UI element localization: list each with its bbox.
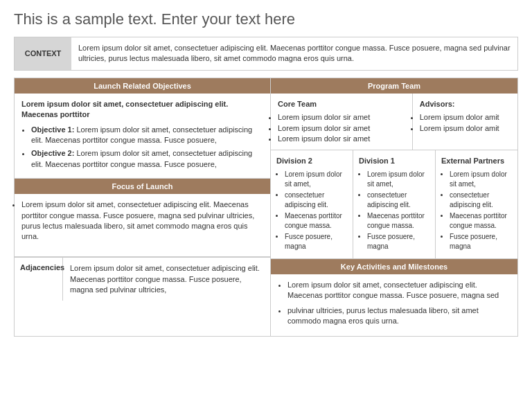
list-item: consectetuer adipiscing elit. <box>367 190 429 210</box>
list-item: Lorem ipsum dolor sit amet, <box>367 170 429 189</box>
list-item: Lorem ipsum dolor sir amet <box>278 134 405 144</box>
list-item: Lorem ipsum dolor sit amet, <box>285 170 347 189</box>
main-title: This is a sample text. Enter your text h… <box>14 10 518 28</box>
list-item: Lorem ipsum dolor sit amet, <box>450 170 512 189</box>
list-item: Lorem ipsum dolor sir amet <box>278 123 405 134</box>
division1-title: Division 1 <box>359 156 429 166</box>
division2-block: Division 2 Lorem ipsum dolor sit amet, c… <box>271 150 353 258</box>
adjacencies-label: Adjacencies <box>15 258 63 301</box>
context-text: Lorem ipsum dolor sit amet, consectetuer… <box>71 37 517 70</box>
launch-section: Launch Related Objectives Lorem ipsum do… <box>15 78 270 179</box>
left-panel: Launch Related Objectives Lorem ipsum do… <box>15 78 271 337</box>
core-team-list: Lorem ipsum dolor sir amet Lorem ipsum d… <box>278 112 405 144</box>
list-item: Lorem ipsum dolor amit <box>420 112 511 123</box>
focus-list: Lorem ipsum dolor sit amet, consectetuer… <box>21 200 263 242</box>
launch-header: Launch Related Objectives <box>15 78 270 94</box>
program-team-header: Program Team <box>271 78 517 94</box>
main-grid: Launch Related Objectives Lorem ipsum do… <box>14 78 518 337</box>
core-team-block: Core Team Lorem ipsum dolor sir amet Lor… <box>271 94 413 150</box>
list-item: consectetuer adipiscing elit. <box>285 190 347 210</box>
list-item: Maecenas porttitor congue massa. <box>367 211 429 231</box>
list-item: Lorem ipsum dolor sir amet <box>278 112 405 123</box>
launch-content: Lorem ipsum dolor sit amet, consectetuer… <box>15 94 270 178</box>
list-item: pulvinar ultricies, purus lectus malesua… <box>287 305 511 327</box>
key-activities-content: Lorem ipsum dolor sit amet, consectetuer… <box>271 274 517 337</box>
key-activities-list: Lorem ipsum dolor sit amet, consectetuer… <box>278 280 511 327</box>
advisors-list: Lorem ipsum dolor amit Lorem ipsum dolor… <box>420 112 511 134</box>
list-item: Fusce posuere, magna <box>367 232 429 251</box>
division2-title: Division 2 <box>276 156 347 166</box>
external-partners-title: External Partners <box>441 156 512 166</box>
list-item: Maecenas porttitor congue massa. <box>285 211 347 231</box>
context-section: CONTEXT Lorem ipsum dolor sit amet, cons… <box>14 37 518 71</box>
divisions-row: Division 2 Lorem ipsum dolor sit amet, c… <box>271 150 517 258</box>
advisors-block: Advisors: Lorem ipsum dolor amit Lorem i… <box>413 94 517 150</box>
core-advisors-row: Core Team Lorem ipsum dolor sir amet Lor… <box>271 94 517 151</box>
list-item: consectetuer adipiscing elit. <box>450 190 512 210</box>
list-item: Objective 2: Lorem ipsum dolor sit amet,… <box>31 148 263 170</box>
list-item: Lorem ipsum dolor amit <box>420 123 511 134</box>
list-item: Objective 1: Lorem ipsum dolor sit amet,… <box>31 125 263 146</box>
focus-header: Focus of Launch <box>15 179 270 194</box>
right-panel: Program Team Core Team Lorem ipsum dolor… <box>271 78 517 337</box>
context-label: CONTEXT <box>15 37 71 70</box>
core-team-title: Core Team <box>278 99 405 109</box>
division1-list: Lorem ipsum dolor sit amet, consectetuer… <box>359 170 429 251</box>
list-item: Fusce posuere, magna <box>285 232 347 251</box>
obj1-label: Objective 1: <box>31 125 74 134</box>
focus-section: Focus of Launch Lorem ipsum dolor sit am… <box>15 179 270 257</box>
division2-list: Lorem ipsum dolor sit amet, consectetuer… <box>276 170 347 251</box>
external-partners-list: Lorem ipsum dolor sit amet, consectetuer… <box>441 170 512 251</box>
list-item: Fusce posuere, magna <box>450 232 512 251</box>
list-item: Maecenas porttitor congue massa. <box>450 211 512 231</box>
adjacencies-section: Adjacencies Lorem ipsum dolor sit amet, … <box>15 257 270 301</box>
launch-intro: Lorem ipsum dolor sit amet, consectetuer… <box>21 99 263 121</box>
advisors-title: Advisors: <box>420 99 511 109</box>
list-item: Lorem ipsum dolor sit amet, consectetuer… <box>287 280 511 301</box>
external-partners-block: External Partners Lorem ipsum dolor sit … <box>436 150 517 258</box>
division1-block: Division 1 Lorem ipsum dolor sit amet, c… <box>353 150 436 258</box>
obj2-label: Objective 2: <box>31 149 74 157</box>
key-activities-header: Key Activities and Milestones <box>271 259 517 274</box>
list-item: Lorem ipsum dolor sit amet, consectetuer… <box>21 200 263 242</box>
adjacencies-text: Lorem ipsum dolor sit amet, consectetuer… <box>63 258 270 301</box>
focus-content: Lorem ipsum dolor sit amet, consectetuer… <box>15 194 270 256</box>
objectives-list: Objective 1: Lorem ipsum dolor sit amet,… <box>21 125 263 170</box>
